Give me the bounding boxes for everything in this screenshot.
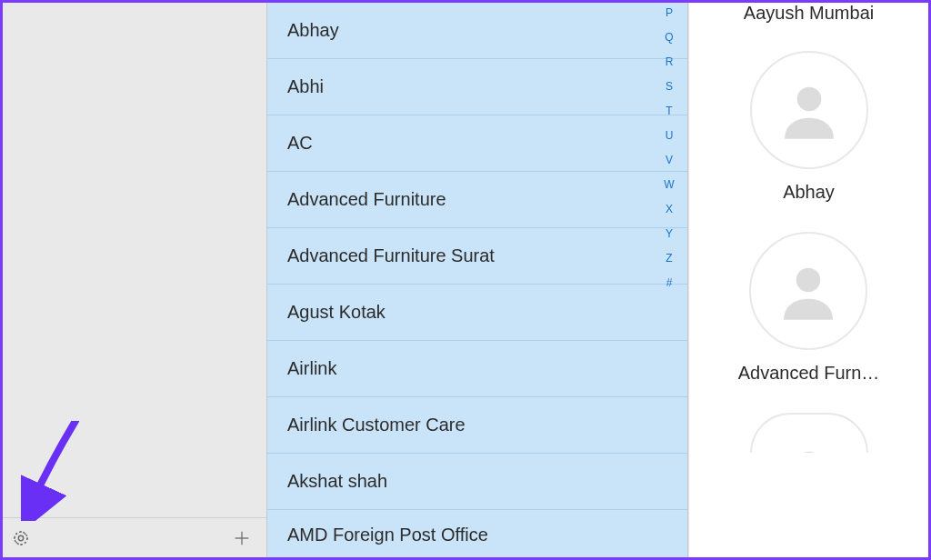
alpha-index-letter[interactable]: T xyxy=(666,105,672,117)
contact-row-name: Akshat shah xyxy=(287,471,387,492)
selected-contacts-panel: Aayush Mumbai Abhay Advanced Furn… xyxy=(688,3,928,557)
contact-card[interactable] xyxy=(750,413,868,453)
alpha-index[interactable]: PQRSTUVWXYZ# xyxy=(658,3,680,289)
alpha-index-letter[interactable]: S xyxy=(666,80,673,93)
contact-name: Advanced Furn… xyxy=(738,363,880,384)
alpha-index-letter[interactable]: U xyxy=(666,129,674,142)
contact-row-name: AMD Foreign Post Office xyxy=(287,525,488,545)
gear-icon[interactable] xyxy=(12,529,30,547)
contact-row[interactable]: Akshat shah xyxy=(267,454,687,510)
contacts-list[interactable]: AbhayAbhiACAdvanced FurnitureAdvanced Fu… xyxy=(266,3,688,557)
contact-name: Abhay xyxy=(783,182,835,203)
annotation-arrow xyxy=(21,421,94,521)
contact-row-name: Airlink Customer Care xyxy=(287,415,466,435)
contact-row-name: Agust Kotak xyxy=(287,302,385,323)
contact-row[interactable]: Agust Kotak xyxy=(267,285,687,341)
svg-point-6 xyxy=(796,452,821,453)
contact-row-name: Abhi xyxy=(287,76,324,97)
contact-name: Aayush Mumbai xyxy=(744,3,874,24)
contact-row[interactable]: AC xyxy=(267,115,687,172)
contact-row[interactable]: Airlink Customer Care xyxy=(267,397,687,454)
contact-row[interactable]: Advanced Furniture Surat xyxy=(267,228,687,285)
avatar xyxy=(749,232,867,350)
contact-row-name: Advanced Furniture Surat xyxy=(287,245,495,266)
contact-row[interactable]: Advanced Furniture xyxy=(267,172,687,228)
alpha-index-letter[interactable]: P xyxy=(666,6,673,19)
contact-row[interactable]: Airlink xyxy=(267,341,687,397)
contact-row[interactable]: AMD Foreign Post Office xyxy=(267,510,687,559)
alpha-index-letter[interactable]: W xyxy=(664,178,674,191)
alpha-index-letter[interactable]: R xyxy=(666,55,674,68)
alpha-index-letter[interactable]: V xyxy=(666,154,673,166)
contact-card[interactable]: Abhay xyxy=(750,51,868,203)
contact-row-name: Airlink xyxy=(287,358,336,379)
alpha-index-letter[interactable]: Z xyxy=(666,252,672,265)
contact-row[interactable]: Abhi xyxy=(267,59,687,115)
sidebar-toolbar xyxy=(3,517,266,557)
avatar xyxy=(750,413,868,453)
alpha-index-letter[interactable]: X xyxy=(666,203,673,215)
alpha-index-letter[interactable]: Y xyxy=(666,227,673,240)
contact-row-name: Advanced Furniture xyxy=(287,189,446,210)
contact-card[interactable]: Advanced Furn… xyxy=(738,232,880,384)
svg-point-4 xyxy=(796,87,821,112)
alpha-index-letter[interactable]: Q xyxy=(665,31,673,44)
contact-row-name: AC xyxy=(287,133,313,154)
contact-row-name: Abhay xyxy=(287,20,339,41)
contact-card[interactable]: Aayush Mumbai xyxy=(744,0,874,24)
app-frame: AbhayAbhiACAdvanced FurnitureAdvanced Fu… xyxy=(0,0,931,560)
add-icon[interactable] xyxy=(232,528,252,548)
alpha-index-letter[interactable]: # xyxy=(666,276,673,289)
sidebar xyxy=(3,3,266,557)
contact-row[interactable]: Abhay xyxy=(267,3,687,59)
svg-point-0 xyxy=(18,535,23,540)
avatar xyxy=(750,51,868,169)
svg-point-5 xyxy=(796,268,821,293)
